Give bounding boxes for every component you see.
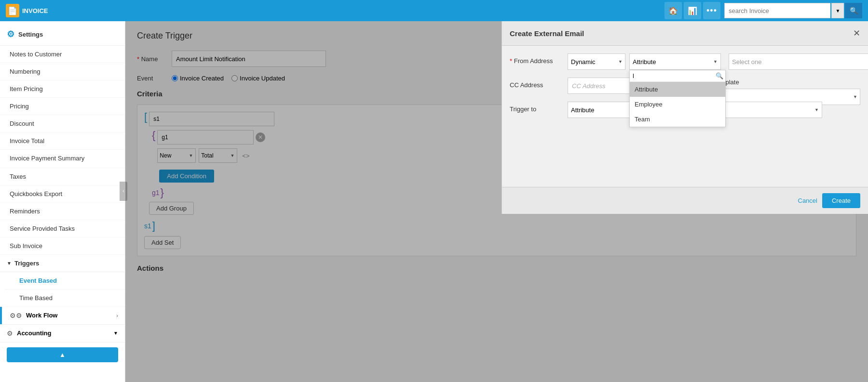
attribute-dropdown-popup: 🔍 Attribute Employee Team — [629, 70, 726, 127]
dropdown-search-input[interactable] — [633, 72, 714, 79]
dropdown-item-employee[interactable]: Employee — [630, 97, 725, 112]
modal-close-button[interactable]: ✕ — [853, 28, 860, 39]
sidebar-item-quickbooks[interactable]: Quickbooks Export — [0, 185, 125, 203]
home-button[interactable]: 🏠 — [665, 2, 682, 19]
from-dynamic-wrapper: Dynamic — [568, 53, 625, 70]
sidebar-header: ⚙ Settings — [0, 21, 125, 46]
from-select-one[interactable]: Select one ▼ — [729, 53, 868, 70]
sidebar-item-reminders[interactable]: Reminders — [0, 203, 125, 220]
cc-address-label: CC Address — [510, 78, 563, 89]
select-one-placeholder: Select one — [732, 58, 868, 66]
sidebar-item-invoice-total[interactable]: Invoice Total — [0, 132, 125, 150]
modal-title: Create External Email — [510, 29, 584, 38]
search-wrap: ▼ 🔍 — [724, 3, 862, 18]
triggers-arrow-icon: ▼ — [7, 261, 12, 266]
accounting-arrow-icon: ▼ — [113, 330, 118, 336]
sidebar-workflow[interactable]: ⚙⚙ Work Flow › — [0, 307, 125, 325]
sidebar-item-numbering[interactable]: Numbering — [0, 63, 125, 80]
sidebar-accounting[interactable]: ⚙ Accounting ▼ — [0, 325, 125, 342]
sidebar-triggers-section[interactable]: ▼ Triggers — [0, 255, 125, 272]
create-external-email-modal: Create External Email ✕ * From Address D… — [502, 21, 868, 214]
topbar: 📄 INVOICE 🏠 📊 ••• ▼ 🔍 — [0, 0, 868, 21]
settings-label: Settings — [18, 31, 43, 38]
attribute-select-trigger[interactable]: Attribute ▼ — [629, 53, 721, 70]
dropdown-item-attribute[interactable]: Attribute — [630, 82, 725, 97]
modal-footer: Cancel Create — [502, 187, 868, 214]
main-content: Create Trigger * Name Event Invoice Crea… — [125, 21, 868, 382]
sidebar-item-notes[interactable]: Notes to Customer — [0, 46, 125, 63]
modal-overlay: Create External Email ✕ * From Address D… — [125, 21, 868, 382]
app-title: INVOICE — [22, 7, 48, 14]
attribute-dropdown-arrow-icon: ▼ — [713, 59, 718, 64]
sidebar-item-sub-invoice[interactable]: Sub Invoice — [0, 237, 125, 255]
chart-button[interactable]: 📊 — [684, 2, 701, 19]
sidebar: ⚙ Settings Notes to Customer Numbering I… — [0, 21, 125, 382]
sidebar-item-pricing[interactable]: Pricing — [0, 98, 125, 115]
dropdown-search-row: 🔍 — [630, 70, 725, 82]
workflow-chevron-icon: › — [116, 313, 118, 318]
create-button[interactable]: Create — [822, 193, 860, 208]
app-logo: 📄 INVOICE — [6, 4, 48, 17]
from-attribute-wrapper: Attribute ▼ 🔍 — [629, 53, 721, 70]
logo-icon: 📄 — [6, 4, 19, 17]
accounting-icon: ⚙ — [7, 329, 13, 337]
modal-header: Create External Email ✕ — [502, 21, 868, 46]
search-dropdown-arrow[interactable]: ▼ — [831, 3, 844, 18]
dropdown-item-team[interactable]: Team — [630, 112, 725, 127]
trigger-to-arrow-icon: ▼ — [814, 107, 819, 112]
sidebar-item-discount[interactable]: Discount — [0, 115, 125, 132]
workflow-label: Work Flow — [26, 312, 57, 319]
modal-body: * From Address Dynamic Att — [502, 46, 868, 187]
settings-icon: ⚙ — [7, 29, 14, 40]
cancel-button[interactable]: Cancel — [798, 193, 817, 208]
search-icon: 🔍 — [716, 72, 723, 79]
accounting-label: Accounting — [17, 329, 52, 337]
trigger-to-label: Trigger to — [510, 102, 563, 113]
sidebar-item-event-based[interactable]: Event Based — [5, 272, 125, 290]
scroll-top-button[interactable]: ▲ — [7, 347, 118, 362]
sidebar-item-service-provided[interactable]: Service Provided Tasks — [0, 220, 125, 237]
workflow-icon: ⚙⚙ — [10, 312, 22, 319]
from-address-label: * From Address — [510, 53, 563, 65]
search-button[interactable]: 🔍 — [845, 3, 862, 18]
topbar-icons: 🏠 📊 ••• — [665, 2, 720, 19]
from-address-row: * From Address Dynamic Att — [510, 53, 860, 70]
search-input[interactable] — [724, 3, 830, 18]
from-dynamic-select[interactable]: Dynamic — [568, 53, 625, 70]
sidebar-item-item-pricing[interactable]: Item Pricing — [0, 80, 125, 98]
sidebar-item-taxes[interactable]: Taxes — [0, 168, 125, 185]
sidebar-item-invoice-payment-summary[interactable]: Invoice Payment Summary — [0, 150, 125, 168]
active-indicator — [0, 307, 2, 324]
scroll-top-icon: ▲ — [59, 351, 66, 358]
sidebar-item-time-based[interactable]: Time Based — [5, 290, 125, 307]
more-button[interactable]: ••• — [703, 2, 720, 19]
layout: ⚙ Settings Notes to Customer Numbering I… — [0, 21, 868, 382]
